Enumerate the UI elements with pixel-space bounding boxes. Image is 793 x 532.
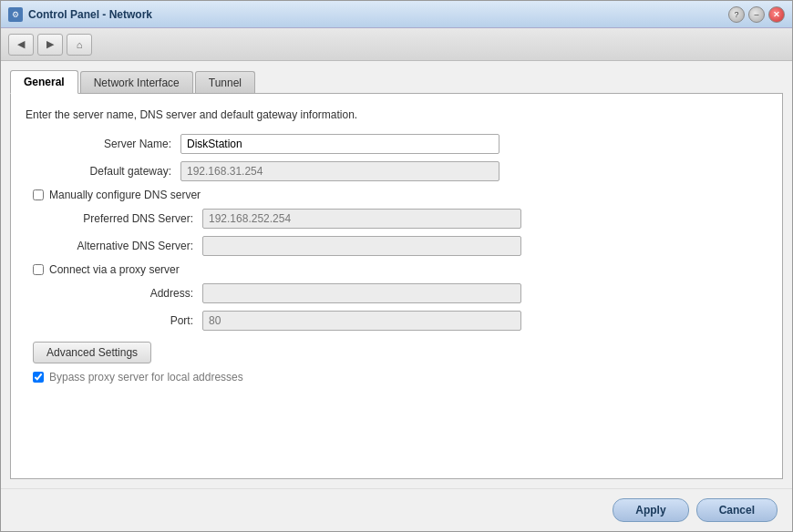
server-name-input[interactable]	[180, 134, 499, 154]
bypass-row: Bypass proxy server for local addresses	[33, 371, 767, 384]
bottom-bar: Apply Cancel	[1, 488, 792, 531]
dns-checkbox[interactable]	[33, 189, 44, 200]
alternative-dns-label: Alternative DNS Server:	[47, 240, 202, 252]
window-title: Control Panel - Network	[28, 8, 152, 21]
tab-network-interface[interactable]: Network Interface	[80, 71, 193, 94]
general-panel: Enter the server name, DNS server and de…	[10, 93, 783, 479]
server-name-label: Server Name:	[26, 138, 180, 150]
bypass-checkbox-label[interactable]: Bypass proxy server for local addresses	[49, 371, 243, 384]
title-bar-right: ? – ✕	[728, 6, 785, 23]
help-button[interactable]: ?	[728, 6, 745, 23]
alternative-dns-row: Alternative DNS Server:	[47, 236, 767, 256]
forward-button[interactable]: ▶	[37, 34, 63, 56]
home-button[interactable]: ⌂	[67, 34, 92, 56]
proxy-address-row: Address:	[47, 283, 767, 303]
app-icon: ⚙	[8, 7, 23, 22]
default-gateway-row: Default gateway:	[26, 161, 767, 181]
preferred-dns-input[interactable]	[202, 209, 521, 229]
cancel-button[interactable]: Cancel	[696, 498, 778, 522]
tabs: General Network Interface Tunnel	[10, 70, 783, 94]
default-gateway-label: Default gateway:	[26, 165, 180, 178]
back-button[interactable]: ◀	[8, 34, 34, 56]
title-bar: ⚙ Control Panel - Network ? – ✕	[1, 1, 792, 28]
default-gateway-input[interactable]	[180, 161, 499, 181]
close-button[interactable]: ✕	[768, 6, 785, 23]
preferred-dns-row: Preferred DNS Server:	[47, 209, 767, 229]
proxy-checkbox-row: Connect via a proxy server	[33, 263, 767, 276]
apply-button[interactable]: Apply	[613, 498, 688, 522]
proxy-address-label: Address:	[47, 287, 202, 300]
proxy-port-label: Port:	[47, 314, 202, 327]
dns-checkbox-label[interactable]: Manually configure DNS server	[49, 189, 201, 201]
panel-description: Enter the server name, DNS server and de…	[26, 108, 767, 121]
server-name-row: Server Name:	[26, 134, 767, 154]
tab-general[interactable]: General	[10, 70, 78, 94]
title-bar-left: ⚙ Control Panel - Network	[8, 7, 152, 22]
proxy-address-input[interactable]	[202, 283, 521, 303]
advanced-settings-button[interactable]: Advanced Settings	[33, 342, 151, 363]
proxy-checkbox[interactable]	[33, 264, 44, 275]
toolbar: ◀ ▶ ⌂	[1, 28, 792, 61]
bypass-checkbox[interactable]	[33, 372, 44, 383]
proxy-port-row: Port:	[47, 311, 767, 331]
minimize-button[interactable]: –	[748, 6, 765, 23]
preferred-dns-label: Preferred DNS Server:	[47, 212, 202, 225]
proxy-port-input[interactable]	[202, 311, 521, 331]
proxy-checkbox-label[interactable]: Connect via a proxy server	[49, 263, 180, 276]
window: ⚙ Control Panel - Network ? – ✕ ◀ ▶ ⌂ Ge…	[0, 0, 793, 532]
content-area: General Network Interface Tunnel Enter t…	[1, 61, 792, 488]
tab-tunnel[interactable]: Tunnel	[195, 71, 255, 94]
alternative-dns-input[interactable]	[202, 236, 521, 256]
dns-checkbox-row: Manually configure DNS server	[33, 189, 767, 201]
